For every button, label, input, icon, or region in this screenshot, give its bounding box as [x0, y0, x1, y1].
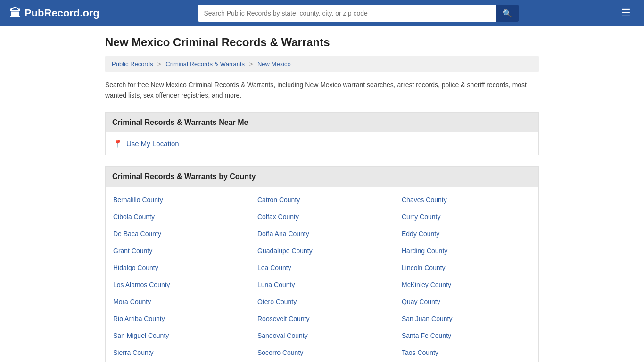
- page-title: New Mexico Criminal Records & Warrants: [105, 36, 539, 49]
- breadcrumb-sep-2: >: [249, 60, 255, 67]
- logo-text: PubRecord.org: [25, 7, 99, 19]
- search-icon: 🔍: [503, 9, 512, 17]
- breadcrumb-new-mexico[interactable]: New Mexico: [257, 60, 291, 67]
- county-link[interactable]: Doña Ana County: [250, 225, 394, 242]
- county-link[interactable]: Hidalgo County: [106, 259, 250, 276]
- near-me-body: 📍 Use My Location: [106, 132, 538, 155]
- county-link[interactable]: Taos County: [394, 344, 538, 361]
- county-section-header: Criminal Records & Warrants by County: [106, 167, 538, 187]
- county-link[interactable]: Socorro County: [250, 344, 394, 361]
- county-link[interactable]: Cibola County: [106, 208, 250, 225]
- county-link[interactable]: Mora County: [106, 293, 250, 310]
- county-link[interactable]: Otero County: [250, 293, 394, 310]
- search-button[interactable]: 🔍: [496, 5, 519, 22]
- breadcrumb-criminal-records[interactable]: Criminal Records & Warrants: [165, 60, 245, 67]
- logo-link[interactable]: 🏛 PubRecord.org: [9, 7, 99, 20]
- county-link[interactable]: Los Alamos County: [106, 276, 250, 293]
- county-link[interactable]: Quay County: [394, 293, 538, 310]
- county-link[interactable]: Sierra County: [106, 344, 250, 361]
- county-section: Criminal Records & Warrants by County Be…: [105, 166, 539, 362]
- logo-icon: 🏛: [9, 7, 21, 20]
- breadcrumb-public-records[interactable]: Public Records: [112, 60, 153, 67]
- location-icon: 📍: [113, 139, 123, 148]
- county-link[interactable]: San Juan County: [394, 310, 538, 327]
- main-content: New Mexico Criminal Records & Warrants P…: [96, 26, 548, 362]
- county-link[interactable]: Lea County: [250, 259, 394, 276]
- county-link[interactable]: De Baca County: [106, 225, 250, 242]
- county-link[interactable]: Harding County: [394, 242, 538, 259]
- breadcrumb-sep-1: >: [157, 60, 163, 67]
- county-link[interactable]: Roosevelt County: [250, 310, 394, 327]
- menu-button[interactable]: ☰: [618, 5, 635, 21]
- search-bar: 🔍: [198, 5, 519, 22]
- county-link[interactable]: Sandoval County: [250, 327, 394, 344]
- county-link[interactable]: Luna County: [250, 276, 394, 293]
- county-link[interactable]: Eddy County: [394, 225, 538, 242]
- county-link[interactable]: Grant County: [106, 242, 250, 259]
- county-link[interactable]: McKinley County: [394, 276, 538, 293]
- page-description: Search for free New Mexico Criminal Reco…: [105, 80, 539, 101]
- county-link[interactable]: Curry County: [394, 208, 538, 225]
- search-input[interactable]: [198, 5, 496, 22]
- county-link[interactable]: San Miguel County: [106, 327, 250, 344]
- county-link[interactable]: Bernalillo County: [106, 191, 250, 208]
- breadcrumb: Public Records > Criminal Records & Warr…: [105, 56, 539, 72]
- county-link[interactable]: Santa Fe County: [394, 327, 538, 344]
- near-me-header: Criminal Records & Warrants Near Me: [106, 113, 538, 132]
- county-grid: Bernalillo CountyCatron CountyChaves Cou…: [106, 187, 538, 362]
- hamburger-icon: ☰: [621, 7, 631, 19]
- county-link[interactable]: Catron County: [250, 191, 394, 208]
- header: 🏛 PubRecord.org 🔍 ☰: [0, 0, 644, 26]
- use-location-button[interactable]: 📍 Use My Location: [113, 139, 531, 148]
- county-link[interactable]: Rio Arriba County: [106, 310, 250, 327]
- county-link[interactable]: Guadalupe County: [250, 242, 394, 259]
- county-link[interactable]: Chaves County: [394, 191, 538, 208]
- use-location-label: Use My Location: [126, 140, 179, 148]
- near-me-section: Criminal Records & Warrants Near Me 📍 Us…: [105, 112, 539, 155]
- county-link[interactable]: Colfax County: [250, 208, 394, 225]
- county-link[interactable]: Lincoln County: [394, 259, 538, 276]
